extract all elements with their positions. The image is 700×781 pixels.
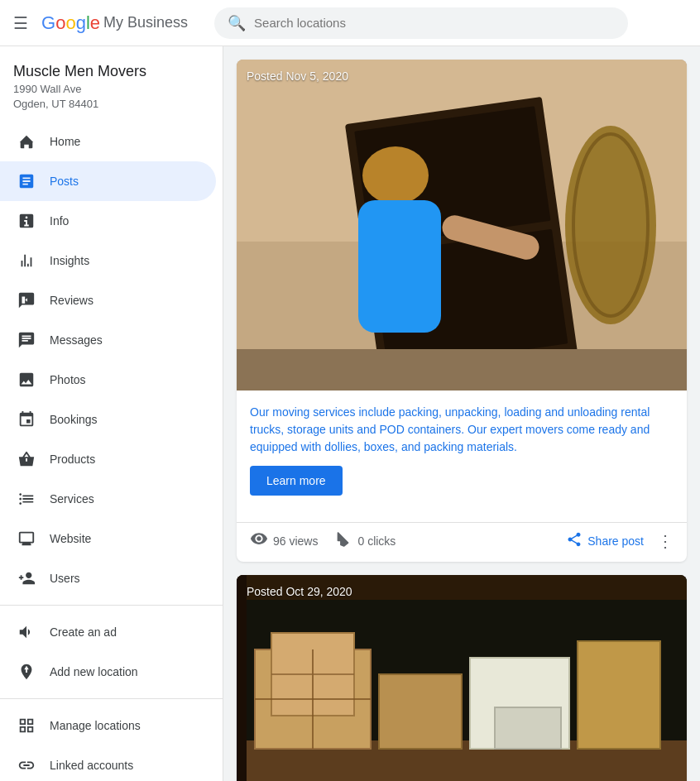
manage-locations-icon	[17, 716, 36, 735]
sidebar-item-services[interactable]: Services	[0, 479, 216, 519]
post-stats-1: 96 views 0 clicks Share post ⋮	[237, 522, 687, 562]
search-icon: 🔍	[228, 14, 246, 32]
google-wordmark: Google	[41, 12, 100, 34]
sidebar-item-bookings[interactable]: Bookings	[0, 400, 216, 439]
logo: Google My Business	[41, 12, 188, 34]
post-text-1: Our moving services include packing, unp…	[250, 404, 674, 456]
add-location-icon	[17, 662, 36, 682]
sidebar-item-messages[interactable]: Messages	[0, 320, 216, 360]
create-ad-icon	[17, 622, 36, 642]
more-options-button-1[interactable]: ⋮	[657, 531, 674, 551]
views-count: 96 views	[273, 534, 318, 548]
post-date-1: Posted Nov 5, 2020	[247, 69, 348, 83]
sidebar-item-users[interactable]: Users	[0, 558, 216, 598]
main-content: Posted Nov 5, 2020 Our moving services i…	[223, 46, 700, 781]
linked-accounts-icon	[17, 755, 36, 775]
search-bar[interactable]: 🔍	[214, 7, 628, 39]
services-icon	[17, 489, 36, 509]
business-info: Muscle Men Movers 1990 Wall Ave Ogden, U…	[0, 46, 223, 122]
menu-icon[interactable]: ☰	[13, 13, 28, 33]
mybusiness-wordmark: My Business	[103, 14, 188, 31]
nav-divider-1	[0, 605, 223, 606]
post-card-1: Posted Nov 5, 2020 Our moving services i…	[237, 60, 687, 562]
learn-more-button[interactable]: Learn more	[250, 466, 343, 496]
website-icon	[17, 529, 36, 549]
users-icon	[17, 568, 36, 588]
svg-point-8	[565, 126, 656, 324]
posts-icon	[17, 171, 36, 191]
messages-icon	[17, 330, 36, 350]
clicks-count: 0 clicks	[357, 534, 396, 548]
sidebar-item-home[interactable]: Home	[0, 122, 216, 161]
search-input[interactable]	[254, 16, 615, 30]
business-name: Muscle Men Movers	[13, 63, 209, 80]
sidebar-item-products[interactable]: Products	[0, 439, 216, 479]
sidebar-item-add-location[interactable]: Add new location	[0, 652, 216, 692]
svg-rect-10	[237, 349, 687, 390]
photos-icon	[17, 370, 36, 390]
share-icon	[566, 531, 583, 550]
cursor-icon	[334, 529, 352, 552]
post-image-1: Posted Nov 5, 2020	[237, 60, 687, 390]
sidebar-item-reviews[interactable]: Reviews	[0, 280, 216, 320]
bookings-icon	[17, 410, 36, 429]
sidebar-item-create-ad[interactable]: Create an ad	[0, 612, 216, 652]
products-icon	[17, 449, 36, 469]
sidebar-item-photos[interactable]: Photos	[0, 360, 216, 400]
home-icon	[17, 132, 36, 151]
sidebar-item-linked-accounts[interactable]: Linked accounts	[0, 745, 216, 781]
share-post-button[interactable]: Share post	[566, 531, 644, 550]
eye-icon	[250, 529, 268, 552]
business-address: 1990 Wall Ave Ogden, UT 84401	[13, 82, 209, 112]
svg-point-5	[362, 146, 429, 204]
svg-rect-19	[578, 641, 660, 749]
post-card-2: Posted Oct 29, 2020	[237, 575, 687, 781]
info-icon	[17, 211, 36, 231]
post-image-2-container: Posted Oct 29, 2020	[237, 575, 687, 781]
svg-rect-16	[379, 674, 462, 749]
insights-icon	[17, 251, 36, 271]
svg-rect-18	[495, 707, 561, 749]
body-wrap: Muscle Men Movers 1990 Wall Ave Ogden, U…	[0, 46, 700, 781]
svg-rect-24	[237, 575, 247, 781]
sidebar-item-website[interactable]: Website	[0, 519, 216, 558]
post-body-1: Our moving services include packing, unp…	[237, 390, 687, 519]
sidebar-item-info[interactable]: Info	[0, 201, 216, 241]
sidebar-item-manage-locations[interactable]: Manage locations	[0, 706, 216, 745]
sidebar-item-insights[interactable]: Insights	[0, 241, 216, 280]
svg-rect-6	[358, 200, 441, 333]
views-stat: 96 views	[250, 529, 318, 552]
sidebar: Muscle Men Movers 1990 Wall Ave Ogden, U…	[0, 46, 223, 781]
reviews-icon	[17, 290, 36, 310]
post-date-2: Posted Oct 29, 2020	[247, 585, 352, 598]
header: ☰ Google My Business 🔍	[0, 0, 700, 46]
nav-divider-2	[0, 698, 223, 699]
clicks-stat: 0 clicks	[334, 529, 396, 552]
sidebar-item-posts[interactable]: Posts	[0, 161, 216, 201]
